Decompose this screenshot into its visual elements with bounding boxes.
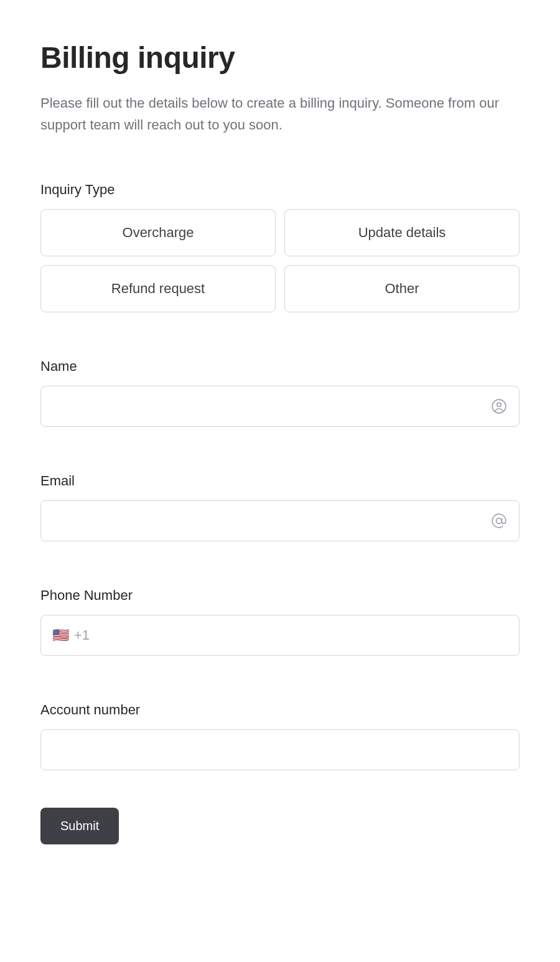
phone-label: Phone Number — [40, 587, 520, 604]
inquiry-type-group: Inquiry Type Overcharge Update details R… — [40, 182, 520, 312]
phone-group: Phone Number 🇺🇸 +1 — [40, 587, 520, 656]
name-group: Name — [40, 358, 520, 427]
email-input[interactable] — [40, 500, 520, 541]
inquiry-type-label: Inquiry Type — [40, 182, 520, 198]
email-input-wrap — [40, 500, 520, 541]
submit-button[interactable]: Submit — [40, 808, 119, 844]
inquiry-option-update-details[interactable]: Update details — [284, 209, 520, 256]
page-title: Billing inquiry — [40, 40, 520, 75]
account-number-label: Account number — [40, 702, 520, 718]
name-input[interactable] — [40, 386, 520, 427]
svg-point-2 — [497, 518, 502, 524]
phone-input[interactable] — [95, 628, 508, 643]
flag-icon: 🇺🇸 — [52, 628, 69, 642]
name-input-wrap — [40, 386, 520, 427]
inquiry-option-overcharge[interactable]: Overcharge — [40, 209, 276, 256]
account-number-input[interactable] — [40, 729, 520, 770]
svg-point-1 — [497, 403, 502, 407]
inquiry-option-other[interactable]: Other — [284, 265, 520, 312]
page-description: Please fill out the details below to cre… — [40, 92, 520, 136]
account-number-group: Account number — [40, 702, 520, 770]
name-label: Name — [40, 358, 520, 375]
email-group: Email — [40, 473, 520, 541]
account-number-input-wrap — [40, 729, 520, 770]
phone-prefix: +1 — [74, 627, 90, 643]
inquiry-type-options: Overcharge Update details Refund request… — [40, 209, 520, 312]
email-label: Email — [40, 473, 520, 489]
at-sign-icon — [491, 513, 507, 529]
user-icon — [491, 398, 507, 414]
inquiry-option-refund-request[interactable]: Refund request — [40, 265, 276, 312]
phone-input-wrap[interactable]: 🇺🇸 +1 — [40, 615, 520, 656]
